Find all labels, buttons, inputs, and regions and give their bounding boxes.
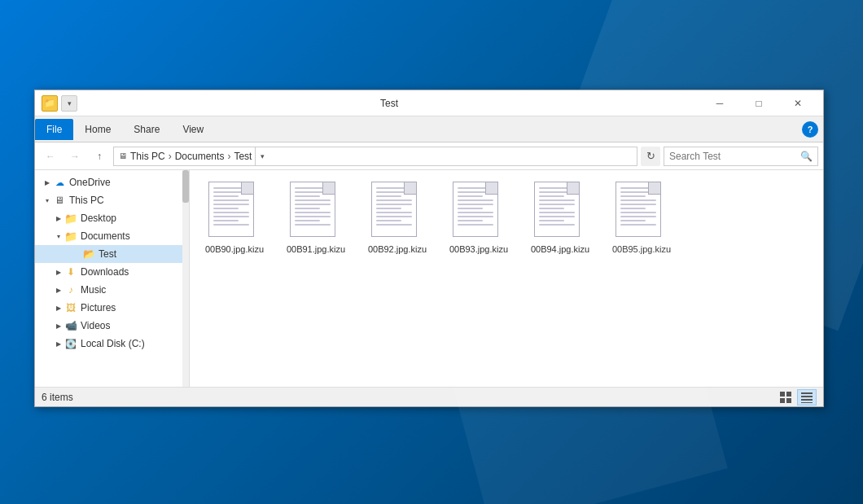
view-grid-button[interactable] [776, 389, 795, 405]
sidebar-scroll-thumb[interactable] [182, 170, 189, 203]
file-icon-1 [290, 182, 342, 240]
minimize-button[interactable]: ─ [701, 90, 738, 116]
arrow-videos: ▶ [53, 320, 64, 331]
forward-button[interactable]: → [64, 147, 85, 166]
arrow-thispc: ▾ [42, 195, 53, 206]
sidebar-item-desktop[interactable]: ▶ 📁 Desktop [35, 209, 189, 227]
address-bar: ← → ↑ 🖥 This PC › Documents › Test ▾ ↻ 🔍 [35, 142, 823, 170]
sidebar-item-localdisk[interactable]: ▶ 💽 Local Disk (C:) [35, 335, 189, 353]
arrow-documents: ▾ [53, 230, 64, 242]
explorer-window: 📁 ▾ Test ─ □ ✕ File Home Share View ? ← … [34, 90, 824, 407]
label-documents: Documents [81, 230, 130, 242]
file-icon-5 [615, 182, 668, 240]
crumb-thispc[interactable]: This PC [130, 151, 165, 162]
doc-shape-5 [615, 182, 661, 237]
quick-access-btn[interactable]: ▾ [61, 95, 77, 112]
sidebar-item-onedrive[interactable]: ▶ ☁ OneDrive [35, 173, 189, 191]
svg-rect-6 [801, 399, 813, 401]
crumb-documents[interactable]: Documents [175, 151, 225, 162]
window-title: Test [77, 98, 701, 109]
arrow-pictures: ▶ [53, 302, 64, 313]
music-icon: ♪ [64, 283, 77, 296]
test-folder-icon: 📂 [82, 248, 95, 261]
svg-rect-2 [780, 398, 785, 403]
svg-rect-1 [786, 392, 791, 397]
file-item-5[interactable]: 00B95.jpg.kizu [605, 178, 678, 258]
item-count: 6 items [42, 392, 73, 403]
search-icon[interactable]: 🔍 [800, 151, 813, 162]
file-name-1: 00B91.jpg.kizu [287, 243, 345, 255]
sidebar-item-test[interactable]: ▶ 📂 Test [35, 245, 189, 263]
svg-rect-7 [801, 402, 813, 403]
maximize-button[interactable]: □ [740, 90, 778, 116]
file-area: 00B90.jpg.kizu [190, 170, 823, 387]
sidebar-item-downloads[interactable]: ▶ ⬇ Downloads [35, 263, 189, 281]
arrow-onedrive: ▶ [42, 177, 53, 188]
up-button[interactable]: ↑ [89, 147, 110, 166]
file-item-4[interactable]: 00B94.jpg.kizu [523, 178, 597, 258]
desktop-icon: 📁 [64, 212, 77, 225]
label-downloads: Downloads [81, 266, 129, 278]
tab-home[interactable]: Home [73, 119, 122, 140]
svg-rect-4 [801, 392, 813, 394]
list-icon [801, 392, 813, 403]
file-name-3: 00B93.jpg.kizu [449, 243, 508, 255]
file-item-2[interactable]: 00B92.jpg.kizu [361, 178, 434, 258]
file-item-3[interactable]: 00B93.jpg.kizu [442, 178, 515, 258]
label-music: Music [81, 284, 106, 296]
grid-icon [780, 392, 791, 403]
sidebar-item-thispc[interactable]: ▾ 🖥 This PC [35, 191, 189, 209]
help-button[interactable]: ? [802, 121, 818, 138]
videos-icon: 📹 [64, 319, 77, 332]
doc-shape-4 [534, 182, 580, 237]
address-dropdown[interactable]: ▾ [255, 147, 269, 166]
file-name-0: 00B90.jpg.kizu [205, 243, 264, 255]
file-name-2: 00B92.jpg.kizu [368, 243, 427, 255]
svg-rect-3 [786, 398, 791, 403]
documents-icon: 📁 [64, 230, 77, 243]
cloud-icon: ☁ [53, 176, 66, 189]
sidebar-item-videos[interactable]: ▶ 📹 Videos [35, 317, 189, 335]
label-videos: Videos [81, 320, 110, 331]
svg-rect-5 [801, 396, 813, 397]
close-button[interactable]: ✕ [779, 90, 817, 116]
crumb-test[interactable]: Test [234, 151, 252, 162]
sidebar-item-pictures[interactable]: ▶ 🖼 Pictures [35, 299, 189, 317]
search-input[interactable] [669, 151, 797, 162]
ribbon: File Home Share View ? [35, 116, 823, 142]
label-desktop: Desktop [81, 213, 116, 224]
title-bar-left: 📁 ▾ [42, 95, 77, 112]
label-test: Test [99, 248, 116, 260]
tab-view[interactable]: View [171, 119, 215, 140]
label-onedrive: OneDrive [69, 177, 111, 188]
file-icon-4 [534, 182, 586, 240]
file-item-1[interactable]: 00B91.jpg.kizu [279, 178, 353, 258]
tab-file[interactable]: File [35, 119, 73, 140]
sidebar-item-documents[interactable]: ▾ 📁 Documents [35, 227, 189, 245]
sidebar-item-music[interactable]: ▶ ♪ Music [35, 281, 189, 299]
file-icon-3 [453, 182, 505, 240]
view-list-button[interactable] [797, 389, 817, 405]
address-path[interactable]: 🖥 This PC › Documents › Test ▾ [113, 147, 637, 166]
doc-shape-3 [453, 182, 498, 237]
file-item-0[interactable]: 00B90.jpg.kizu [198, 178, 271, 258]
pictures-icon: 🖼 [64, 301, 77, 314]
back-button[interactable]: ← [40, 147, 61, 166]
doc-shape-1 [290, 182, 335, 237]
search-box: 🔍 [664, 147, 818, 166]
file-icon-0 [208, 182, 261, 240]
folder-icon-btn: 📁 [42, 95, 58, 112]
downloads-icon: ⬇ [64, 265, 77, 278]
sidebar: ▶ ☁ OneDrive ▾ 🖥 This PC ▶ 📁 Desktop ▾ 📁… [35, 170, 190, 387]
tab-share[interactable]: Share [122, 119, 171, 140]
svg-rect-0 [780, 392, 785, 397]
title-bar: 📁 ▾ Test ─ □ ✕ [35, 90, 823, 116]
sidebar-scrollbar[interactable] [182, 170, 189, 387]
doc-shape-2 [371, 182, 417, 237]
file-name-5: 00B95.jpg.kizu [612, 243, 671, 255]
label-localdisk: Local Disk (C:) [81, 338, 145, 349]
arrow-localdisk: ▶ [53, 338, 64, 349]
disk-icon: 💽 [64, 337, 77, 350]
refresh-button[interactable]: ↻ [641, 147, 660, 166]
arrow-downloads: ▶ [53, 266, 64, 278]
